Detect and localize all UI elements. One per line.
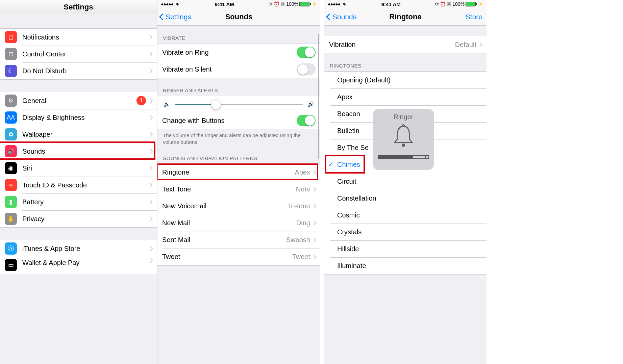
- appstore-icon: Ⓐ: [5, 242, 17, 255]
- row-label: Wallpaper: [22, 131, 52, 138]
- page-title: Settings: [0, 0, 157, 14]
- battery-pct: 100%: [452, 1, 465, 7]
- chevron-right-icon: [148, 258, 153, 263]
- status-time: 9:41 AM: [381, 1, 401, 7]
- section-header-ringer: RINGER AND ALERTS: [157, 78, 320, 96]
- back-button[interactable]: Settings: [160, 8, 191, 25]
- settings-row-privacy[interactable]: ✋Privacy: [0, 210, 157, 227]
- section-header-vibrate: VIBRATE: [157, 26, 320, 44]
- rotation-lock-icon: ⟳: [269, 1, 273, 7]
- row-label: Tweet: [162, 253, 180, 261]
- row-label: Crystals: [337, 228, 362, 236]
- wallet-icon: ▭: [5, 259, 17, 271]
- checkmark-icon: ✓: [326, 160, 336, 168]
- row-label: Constellation: [337, 194, 376, 202]
- settings-row-itunes[interactable]: ⒶiTunes & App Store: [0, 240, 157, 257]
- settings-row-wallpaper[interactable]: ✿Wallpaper: [0, 126, 157, 143]
- change-with-buttons-row[interactable]: Change with Buttons: [157, 112, 320, 129]
- status-bar: ●●●●● 9:41 AM ⟳ ⏰ ⌘ 100% ⚡: [324, 0, 487, 8]
- rotation-lock-icon: ⟳: [435, 1, 439, 7]
- store-button[interactable]: Store: [466, 8, 482, 25]
- toggle-vib-silent[interactable]: [297, 63, 316, 75]
- settings-row-battery[interactable]: ▮Battery: [0, 193, 157, 210]
- display-icon: AA: [5, 111, 17, 124]
- change-with-buttons-toggle[interactable]: [297, 115, 316, 126]
- battery-pct: 100%: [286, 1, 298, 7]
- row-sentmail[interactable]: Sent MailSwoosh: [157, 232, 320, 249]
- battery-icon: [299, 2, 311, 6]
- settings-row-control-center[interactable]: ⊟Control Center: [0, 46, 157, 62]
- ringtone-row[interactable]: ✓Apex: [324, 88, 487, 105]
- back-button[interactable]: Sounds: [327, 8, 356, 25]
- row-detail: Apex: [295, 168, 310, 176]
- row-label: Apex: [337, 93, 353, 101]
- settings-row-display[interactable]: AADisplay & Brightness: [0, 109, 157, 126]
- chevron-right-icon: [148, 166, 153, 171]
- row-detail: Ding: [296, 219, 310, 227]
- row-newmail[interactable]: New MailDing: [157, 215, 320, 232]
- row-detail: Tweet: [292, 253, 310, 261]
- ringtone-row[interactable]: ✓Illuminate: [324, 257, 487, 274]
- chevron-right-icon: [148, 98, 153, 103]
- siri-icon: ◉: [5, 162, 17, 174]
- row-vib-silent[interactable]: Vibrate on Silent: [157, 61, 320, 78]
- settings-row-sounds[interactable]: 🔊Sounds: [0, 143, 157, 160]
- battery-icon: [466, 2, 477, 6]
- chevron-right-icon: [312, 254, 316, 259]
- row-ringtone[interactable]: RingtoneApex: [157, 164, 320, 181]
- settings-row-notifications[interactable]: ◻Notifications: [0, 29, 157, 46]
- row-label: Wallet & Apple Pay: [22, 259, 79, 267]
- row-label: Notifications: [22, 33, 59, 41]
- wifi-icon: [175, 1, 180, 7]
- row-vib-ring[interactable]: Vibrate on Ring: [157, 44, 320, 61]
- chevron-right-icon: [312, 204, 316, 208]
- touchid-icon: ⌾: [5, 179, 17, 191]
- hud-title: Ringer: [394, 113, 414, 121]
- status-bar: ●●●●● 9:41 AM ⟳ ⏰ ⌘ 100% ⚡: [157, 0, 320, 8]
- row-label: iTunes & App Store: [22, 245, 80, 253]
- bluetooth-icon: ⌘: [447, 1, 451, 7]
- vibration-row[interactable]: Vibration Default: [324, 36, 487, 53]
- speaker-high-icon: 🔊: [307, 101, 314, 107]
- row-label: Ringtone: [162, 168, 189, 176]
- row-label: Sounds: [22, 148, 45, 155]
- row-label: By The Se: [337, 144, 369, 152]
- row-label: Display & Brightness: [22, 114, 85, 122]
- ringtone-row[interactable]: ✓Circuit: [324, 173, 487, 190]
- settings-row-dnd[interactable]: ☾Do Not Disturb: [0, 62, 157, 79]
- row-texttone[interactable]: Text ToneNote: [157, 181, 320, 198]
- ringer-volume-slider[interactable]: [175, 104, 303, 105]
- ringtone-row[interactable]: ✓Cosmic: [324, 207, 487, 224]
- ringtone-row[interactable]: ✓Constellation: [324, 190, 487, 207]
- row-voicemail[interactable]: New VoicemailTri-tone: [157, 198, 320, 215]
- row-detail: Default: [455, 41, 476, 49]
- ringtone-row[interactable]: ✓Hillside: [324, 240, 487, 257]
- row-detail: Swoosh: [286, 236, 310, 244]
- settings-row-siri[interactable]: ◉Siri: [0, 160, 157, 177]
- chevron-right-icon: [148, 183, 153, 187]
- speaker-low-icon: 🔈: [164, 101, 170, 107]
- settings-row-wallet[interactable]: ▭Wallet & Apple Pay: [0, 257, 157, 274]
- charging-icon: ⚡: [312, 2, 317, 6]
- sounds-icon: 🔊: [5, 145, 17, 157]
- settings-row-general[interactable]: ⚙General1: [0, 92, 157, 109]
- settings-row-touchid[interactable]: ⌾Touch ID & Passcode: [0, 177, 157, 193]
- row-label: Touch ID & Passcode: [22, 181, 87, 189]
- ringer-volume-slider-row: 🔈 🔊: [157, 96, 320, 112]
- status-time: 9:41 AM: [215, 1, 234, 7]
- row-label: Do Not Disturb: [22, 67, 67, 75]
- chevron-right-icon: [148, 132, 153, 137]
- row-label: Illuminate: [337, 262, 366, 270]
- row-label: Beacon: [337, 110, 360, 118]
- row-tweet[interactable]: TweetTweet: [157, 249, 320, 265]
- wifi-icon: [342, 1, 347, 7]
- ringtone-row[interactable]: ✓Crystals: [324, 224, 487, 240]
- slider-thumb[interactable]: [211, 99, 221, 109]
- row-label: Control Center: [22, 50, 66, 58]
- signal-dots-icon: ●●●●●: [161, 1, 173, 7]
- ringtone-row[interactable]: ✓Opening (Default): [324, 72, 487, 88]
- row-label: Siri: [22, 164, 32, 172]
- sounds-screen: ●●●●● 9:41 AM ⟳ ⏰ ⌘ 100% ⚡ Settings Soun…: [157, 0, 320, 364]
- nav-bar: Settings Sounds: [157, 8, 320, 26]
- toggle-vib-ring[interactable]: [297, 47, 316, 58]
